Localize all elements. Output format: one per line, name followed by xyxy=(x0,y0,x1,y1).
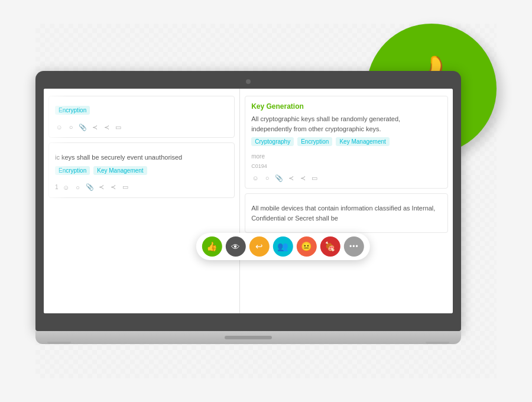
laptop-screen-outer: Encryption ☺ ○ 📎 ≺ ≺ ▭ ic keys xyxy=(35,71,461,331)
left-card-1: Encryption ☺ ○ 📎 ≺ ≺ ▭ xyxy=(48,96,235,138)
more-btn[interactable]: ••• xyxy=(344,236,364,257)
paperclip-icon-1[interactable]: 📎 xyxy=(79,123,87,131)
left-card-2-actions: 1 ☺ ○ 📎 ≺ ≺ ▭ xyxy=(55,183,228,192)
share2-icon-2[interactable]: ≺ xyxy=(109,183,118,192)
circle-icon-2[interactable]: ○ xyxy=(74,183,82,192)
left-card-2-tags: Encryption Key Management xyxy=(55,166,228,179)
right-card-1-actions: ☺ ○ 📎 ≺ ≺ ▭ xyxy=(251,174,442,182)
laptop-foot-right xyxy=(426,342,449,344)
scene: 👍 Encryption ☺ ○ xyxy=(35,24,497,378)
laptop-camera xyxy=(246,79,251,84)
laptop-base xyxy=(35,331,461,344)
key-management-tag-right[interactable]: Key Management xyxy=(336,137,389,146)
share-icon-1[interactable]: ≺ xyxy=(90,123,99,131)
card-id: C0194 xyxy=(251,163,442,169)
laptop-foot-left xyxy=(47,342,71,344)
share2-icon-1[interactable]: ≺ xyxy=(102,123,111,131)
neutral-btn[interactable]: 😐 xyxy=(297,236,317,257)
action-bar-popup: 👍 👁 ↩ 👥 😐 🍖 ••• xyxy=(196,233,370,260)
chat-icon-1[interactable]: ▭ xyxy=(114,123,122,131)
left-card-1-tags: Encryption xyxy=(55,106,228,118)
chat-icon-2[interactable]: ▭ xyxy=(121,183,129,192)
people-btn[interactable]: 👥 xyxy=(273,236,293,257)
circle-icon-r1[interactable]: ○ xyxy=(263,174,271,182)
left-card-2: ic keys shall be securely event unauthor… xyxy=(48,142,235,198)
laptop: Encryption ☺ ○ 📎 ≺ ≺ ▭ ic keys xyxy=(35,71,461,378)
right-card-1: Key Generation All cryptographic keys sh… xyxy=(245,96,448,189)
laptop-notch xyxy=(225,336,272,339)
more-link[interactable]: more xyxy=(251,153,442,160)
key-management-tag-left[interactable]: Key Management xyxy=(93,166,147,175)
right-card-2: All mobile devices that contain informat… xyxy=(245,193,448,233)
cryptography-tag[interactable]: Cryptography xyxy=(251,137,294,146)
flag-btn[interactable]: 🍖 xyxy=(320,236,340,257)
key-generation-text: All cryptographic keys shall be randomly… xyxy=(251,114,442,134)
left-card-1-actions: ☺ ○ 📎 ≺ ≺ ▭ xyxy=(55,123,228,131)
share2-icon-r1[interactable]: ≺ xyxy=(299,174,307,182)
screen-right-panel: Key Generation All cryptographic keys sh… xyxy=(240,89,453,313)
right-card-2-text: All mobile devices that contain informat… xyxy=(251,203,442,223)
reply-btn[interactable]: ↩ xyxy=(249,236,270,257)
share-icon-2[interactable]: ≺ xyxy=(98,183,106,192)
circle-icon-1[interactable]: ○ xyxy=(67,123,75,131)
laptop-screen: Encryption ☺ ○ 📎 ≺ ≺ ▭ ic keys xyxy=(44,89,453,313)
left-card-2-text: ic keys shall be securely event unauthor… xyxy=(55,153,228,163)
left-fade xyxy=(44,89,67,313)
right-card-1-tags: Cryptography Encryption Key Management xyxy=(251,137,442,150)
thumbs-up-btn[interactable]: 👍 xyxy=(202,236,222,257)
paperclip-icon-2[interactable]: 📎 xyxy=(86,183,94,192)
eye-btn[interactable]: 👁 xyxy=(226,236,246,257)
encryption-tag-right[interactable]: Encryption xyxy=(297,137,332,146)
smiley-icon-r1[interactable]: ☺ xyxy=(251,174,259,182)
key-generation-title: Key Generation xyxy=(251,102,442,111)
paperclip-icon-r1[interactable]: 📎 xyxy=(275,174,283,182)
screen-left-panel: Encryption ☺ ○ 📎 ≺ ≺ ▭ ic keys xyxy=(44,89,240,313)
share-icon-r1[interactable]: ≺ xyxy=(287,174,295,182)
chat-icon-r1[interactable]: ▭ xyxy=(310,174,319,182)
